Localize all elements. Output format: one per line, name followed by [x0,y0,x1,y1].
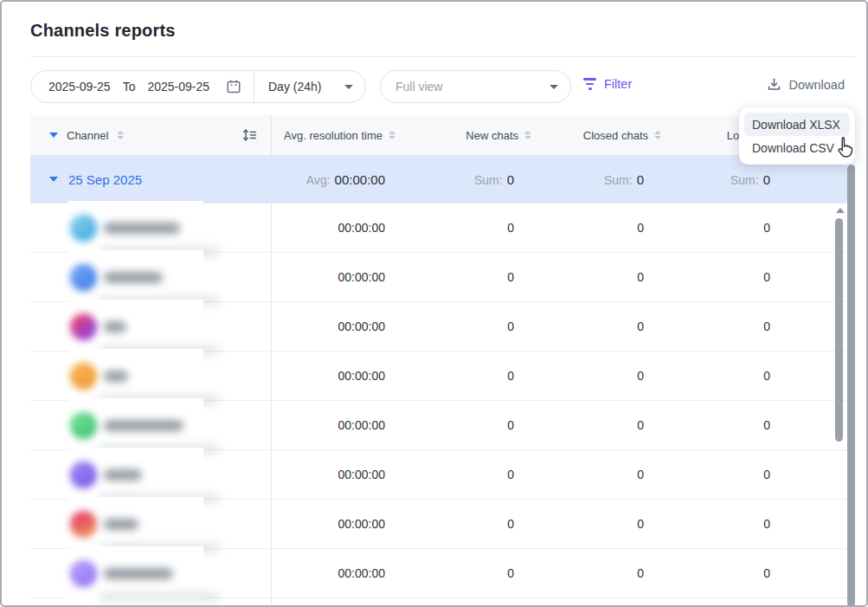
cell-lost-chats: 0 [670,320,800,333]
table-row[interactable]: 00:00:00 0 0 0 [30,253,847,302]
summary-closed-chats: Sum: 0 [540,172,670,187]
channel-name-redacted [104,420,183,431]
redacted-channel-area [68,201,203,255]
channel-cell [30,401,271,449]
column-header-label: Channel [67,129,108,142]
channel-name-redacted [104,321,126,333]
filter-button-label: Filter [604,77,632,91]
filter-button[interactable]: Filter [583,77,632,91]
channel-name-redacted [104,371,128,382]
cell-lost-chats: 0 [670,418,800,432]
download-button[interactable]: Download [767,77,845,92]
sort-icon[interactable] [524,131,531,140]
chevron-down-icon [550,85,558,89]
redacted-channel-area [68,349,203,404]
column-header-closed-chats[interactable]: Closed chats [540,115,670,155]
cell-new-chats: 0 [404,468,540,481]
collapse-triangle-icon[interactable] [49,132,58,138]
cell-lost-chats: 0 [670,566,800,580]
sort-icon[interactable] [654,131,661,140]
cell-resolution-time: 00:00:00 [271,566,404,580]
table-body: 00:00:00 0 0 0 00:00:00 0 0 0 [30,203,847,598]
date-from-value[interactable]: 2025-09-25 [48,80,111,94]
cell-resolution-time: 00:00:00 [271,468,404,481]
date-range-and-period-control[interactable]: 2025-09-25 To 2025-09-25 Day (24h) [30,70,366,103]
table-row[interactable]: 00:00:00 0 0 0 [30,203,847,253]
redacted-channel-area [68,398,203,453]
summary-new-chats: Sum: 0 [404,172,540,187]
green-channel-icon [70,412,97,439]
calendar-icon[interactable] [226,79,241,94]
cell-resolution-time: 00:00:00 [271,517,404,531]
date-group-summary-row[interactable]: 25 Sep 2025 Avg: 00:00:00 Sum: 0 Sum: 0 … [30,155,847,203]
channel-name-redacted [104,469,142,481]
collapse-triangle-icon[interactable] [49,177,58,182]
blue-channel-icon [70,264,97,291]
cell-new-chats: 0 [404,320,540,333]
cell-resolution-time: 00:00:00 [271,320,404,333]
group-date: 25 Sep 2025 [68,172,142,187]
pink-purple-gradient-icon [70,313,97,340]
channel-name-redacted [104,272,163,283]
sort-icon[interactable] [389,131,395,140]
column-header-new-chats[interactable]: New chats [404,115,540,155]
redacted-channel-area [68,546,203,601]
channel-cell [30,302,271,351]
date-to-label: To [123,80,136,94]
download-menu: Download XLSX Download CSV [739,107,855,165]
table-row[interactable]: 00:00:00 0 0 0 [30,302,847,352]
channel-cell [30,549,271,597]
table-row[interactable]: 00:00:00 0 0 0 [30,401,847,450]
telegram-blue-icon [70,215,97,242]
cell-new-chats: 0 [404,369,540,383]
cell-new-chats: 0 [404,566,540,580]
cell-closed-chats: 0 [540,221,670,235]
table-header: Channel Avg. resolution time New [30,115,847,155]
column-header-channel[interactable]: Channel [30,115,271,155]
date-range-picker[interactable]: 2025-09-25 To 2025-09-25 [31,71,254,102]
table-row[interactable]: 00:00:00 0 0 0 [30,352,847,401]
period-select[interactable]: Day (24h) [254,71,365,102]
redaction-blur-artifact [100,594,219,600]
violet-channel-icon [70,462,97,488]
cell-resolution-time: 00:00:00 [271,270,404,284]
view-select[interactable]: Full view [380,70,571,103]
summary-avg-resolution-time: Avg: 00:00:00 [271,172,404,187]
page-scrollbar-thumb[interactable] [847,165,855,607]
cell-new-chats: 0 [404,418,540,432]
redacted-channel-area [68,300,203,354]
table-row[interactable]: 00:00:00 0 0 0 [30,549,847,598]
cell-lost-chats: 0 [670,221,800,235]
scroll-up-arrow-icon[interactable] [836,208,845,213]
channel-cell [30,450,271,499]
view-select-value: Full view [395,80,442,94]
period-value: Day (24h) [268,80,321,94]
sort-icon[interactable] [117,131,124,140]
column-header-avg-resolution-time[interactable]: Avg. resolution time [271,115,404,155]
date-to-value[interactable]: 2025-09-25 [147,80,209,94]
channels-reports-window: Channels reports 2025-09-25 To 2025-09-2… [0,0,868,607]
download-button-label: Download [789,78,845,92]
chevron-down-icon [344,85,353,89]
cell-closed-chats: 0 [540,418,670,432]
menu-item-download-xlsx[interactable]: Download XLSX [744,113,850,136]
table-row[interactable]: 00:00:00 0 0 0 [30,450,847,500]
orange-channel-icon [70,363,97,390]
channel-name-redacted [104,568,173,579]
redacted-channel-area [68,250,203,305]
channel-name-redacted [104,223,180,234]
title-divider [30,56,855,57]
download-icon [767,77,781,92]
table-row[interactable]: 00:00:00 0 0 0 [30,500,847,549]
cell-lost-chats: 0 [670,468,800,481]
table-scrollbar-thumb[interactable] [835,218,843,442]
cell-closed-chats: 0 [540,270,670,284]
red-orange-gradient-icon [70,511,97,538]
redacted-channel-area [68,448,203,502]
summary-lost-chats: Sum: 0 [670,172,800,187]
cell-lost-chats: 0 [670,517,800,531]
row-density-icon[interactable] [242,128,257,142]
filter-icon [583,78,596,90]
mouse-cursor-hand-icon [834,136,855,160]
cell-lost-chats: 0 [670,270,800,284]
